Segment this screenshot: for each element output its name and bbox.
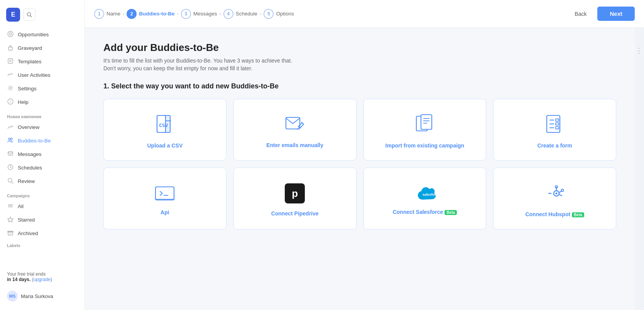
sidebar-item-review[interactable]: Review: [0, 174, 85, 188]
card-upload-csv[interactable]: CSV Upload a CSV: [103, 99, 226, 161]
step-5-circle[interactable]: 5: [264, 9, 274, 19]
sidebar-item-opportunities[interactable]: Opportunities: [0, 28, 85, 41]
card-create-form[interactable]: Create a form: [493, 99, 616, 161]
sidebar-item-starred[interactable]: Starred: [0, 213, 85, 227]
svg-text:?: ?: [10, 100, 12, 104]
svg-point-2: [8, 31, 13, 37]
svg-rect-40: [556, 127, 559, 129]
header: 1 Name › 2 Buddies-to-Be › 3 Messages › …: [85, 0, 644, 28]
buddies-icon: [7, 137, 14, 144]
card-salesforce-label: Connect SalesforceBeta: [393, 209, 457, 215]
card-hubspot[interactable]: Connect HubspotBeta: [493, 168, 616, 229]
sidebar-item-user-activities[interactable]: User Activities: [0, 68, 85, 82]
card-create-form-label: Create a form: [537, 142, 572, 149]
back-button[interactable]: Back: [568, 8, 593, 20]
card-api[interactable]: Api: [103, 168, 226, 229]
main: 1 Name › 2 Buddies-to-Be › 3 Messages › …: [85, 0, 644, 310]
svg-rect-4: [8, 47, 12, 50]
sidebar-item-all[interactable]: All: [0, 200, 85, 213]
sidebar-item-archived[interactable]: Archived: [0, 227, 85, 240]
sidebar-item-help[interactable]: ? Help: [0, 95, 85, 109]
sidebar-item-overview[interactable]: Overview: [0, 120, 85, 134]
sidebar-item-help-label: Help: [18, 99, 29, 105]
next-button[interactable]: Next: [597, 7, 635, 21]
card-import-campaign-label: Import from existing campaign: [385, 142, 465, 149]
sidebar-item-user-activities-label: User Activities: [18, 72, 51, 78]
card-salesforce[interactable]: salesforce Connect SalesforceBeta: [363, 168, 487, 229]
card-api-label: Api: [161, 209, 169, 215]
review-icon: [7, 178, 14, 185]
card-pipedrive-label: Connect Pipedrive: [271, 210, 319, 217]
avatar: MS: [7, 291, 18, 302]
archived-icon: [7, 230, 14, 237]
arrow-3: ›: [219, 11, 221, 17]
campaigns-nav: All Starred Archived: [0, 200, 85, 240]
arrow-1: ›: [123, 11, 124, 17]
opportunities-icon: [7, 31, 14, 38]
arrow-4: ›: [260, 11, 261, 17]
header-actions: Back Next: [568, 7, 635, 21]
svg-line-51: [559, 195, 562, 196]
salesforce-beta-badge: Beta: [445, 210, 457, 215]
overview-icon: [7, 124, 14, 131]
section-title: 1. Select the way you want to add new Bu…: [103, 82, 616, 90]
salesforce-icon: salesforce: [412, 185, 438, 202]
card-pipedrive[interactable]: p Connect Pipedrive: [233, 168, 357, 229]
labels-section-label: Labels: [7, 243, 78, 249]
step-3-circle[interactable]: 3: [181, 9, 191, 19]
step-2-circle[interactable]: 2: [127, 9, 137, 19]
svg-point-50: [561, 189, 563, 191]
trial-bold: in 14 days.: [7, 277, 30, 282]
svg-rect-13: [8, 152, 13, 155]
csv-icon: CSV: [155, 114, 175, 136]
sidebar-item-graveyard[interactable]: Graveyard: [0, 41, 85, 55]
svg-line-28: [297, 128, 298, 130]
right-gutter: ⋮: [635, 28, 644, 310]
sidebar-item-settings[interactable]: Settings: [0, 82, 85, 95]
user-activities-icon: [7, 71, 14, 79]
messages-icon: [7, 151, 14, 158]
svg-point-11: [8, 138, 10, 140]
card-import-campaign[interactable]: Import from existing campaign: [363, 99, 487, 161]
svg-rect-38: [556, 123, 559, 125]
schedules-icon: [7, 164, 14, 171]
trial-text: Your free trial ends: [7, 271, 46, 277]
import-campaign-icon: [415, 114, 435, 136]
settings-icon: [7, 85, 14, 92]
step-2-label: Buddies-to-Be: [139, 11, 174, 17]
card-hubspot-label: Connect HubspotBeta: [525, 211, 584, 217]
page-subtitle: It's time to fill the list with your Bud…: [103, 58, 616, 64]
card-enter-emails-label: Enter emails manually: [266, 142, 323, 148]
templates-icon: [7, 58, 14, 65]
step-4-label: Schedule: [236, 11, 257, 17]
all-icon: [7, 203, 14, 210]
sidebar-item-templates-label: Templates: [18, 59, 42, 64]
svg-rect-36: [556, 119, 559, 121]
upgrade-link[interactable]: upgrade: [34, 277, 51, 282]
sidebar-item-all-label: All: [18, 203, 24, 209]
breadcrumb: 1 Name › 2 Buddies-to-Be › 3 Messages › …: [94, 9, 294, 19]
sidebar-item-buddies[interactable]: Buddies-to-Be: [0, 134, 85, 147]
sidebar-item-messages[interactable]: Messages: [0, 147, 85, 161]
step-4-circle[interactable]: 4: [223, 9, 233, 19]
svg-rect-30: [421, 115, 432, 129]
hubspot-icon: [544, 183, 566, 204]
step-3-label: Messages: [193, 11, 217, 17]
main-nav: Opportunities Graveyard Templates User A…: [0, 28, 85, 109]
step-1-circle[interactable]: 1: [94, 9, 104, 19]
svg-rect-5: [8, 59, 13, 63]
sidebar-item-schedules[interactable]: Schedules: [0, 161, 85, 174]
campaign-section-label: Новая кампания: [0, 109, 85, 120]
api-icon: [154, 185, 176, 202]
sidebar-item-graveyard-label: Graveyard: [18, 45, 42, 51]
email-edit-icon: [284, 114, 305, 135]
sidebar-item-review-label: Review: [18, 178, 35, 184]
user-row: MS Maria Surkova: [0, 287, 85, 305]
sidebar-item-templates[interactable]: Templates: [0, 55, 85, 68]
svg-text:CSV: CSV: [159, 122, 168, 128]
search-button[interactable]: [23, 8, 35, 21]
svg-rect-41: [156, 187, 174, 200]
arrow-2: ›: [177, 11, 179, 17]
graveyard-icon: [7, 44, 14, 52]
card-enter-emails[interactable]: Enter emails manually: [233, 99, 357, 161]
